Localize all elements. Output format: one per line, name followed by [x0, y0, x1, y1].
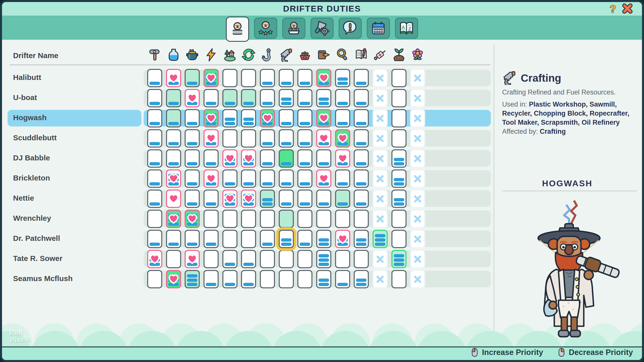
drifter-name[interactable]: Scuddlebutt [13, 133, 57, 142]
tab-schedule[interactable] [367, 18, 390, 39]
duty-header-salvaging-icon[interactable] [336, 48, 350, 62]
duty-cell-farming[interactable] [391, 190, 407, 208]
duty-cell-farming[interactable] [391, 69, 407, 87]
duty-cell-recycling[interactable] [241, 109, 256, 127]
duty-cell-building[interactable] [147, 129, 162, 148]
duty-cell-salvaging[interactable] [335, 69, 350, 87]
duty-cell-hauling[interactable] [316, 270, 331, 288]
drifter-name[interactable]: Seamus Mcflush [13, 274, 73, 283]
duty-cell-salvaging[interactable] [335, 89, 350, 107]
duty-cell-fishing[interactable] [260, 89, 275, 107]
duty-cell-crafting[interactable] [279, 190, 294, 208]
duty-cell-studying[interactable] [354, 129, 369, 148]
duty-cell-building[interactable] [147, 169, 162, 188]
duty-header-expedition-icon[interactable] [223, 48, 237, 62]
duty-cell-energy[interactable] [204, 149, 219, 168]
duty-cell-building[interactable] [147, 210, 162, 228]
duty-header-energy-icon[interactable] [204, 48, 218, 62]
duty-cell-water[interactable] [166, 169, 181, 188]
duty-cell-energy[interactable] [204, 250, 219, 268]
duty-cell-gardening[interactable] [410, 230, 425, 248]
duty-header-gardening-icon[interactable] [411, 48, 425, 62]
drifter-name[interactable]: Brickleton [13, 174, 50, 182]
duty-cell-hauling[interactable] [316, 109, 331, 127]
duty-header-studying-icon[interactable] [354, 48, 368, 62]
duty-cell-energy[interactable] [204, 190, 219, 208]
duty-cell-recycling[interactable] [241, 69, 256, 87]
duty-cell-energy[interactable] [204, 169, 219, 188]
duty-cell-pet-feeding[interactable] [297, 210, 312, 228]
duty-cell-farming[interactable] [391, 109, 407, 127]
duty-cell-expedition[interactable] [222, 169, 237, 188]
duty-cell-salvaging[interactable] [335, 190, 350, 208]
duty-cell-crafting[interactable] [279, 230, 294, 248]
duty-cell-gardening[interactable] [410, 69, 425, 87]
duty-cell-recycling[interactable] [241, 190, 256, 208]
duty-cell-pet-feeding[interactable] [297, 250, 312, 268]
drifter-name[interactable]: Dr. Patchwell [13, 234, 60, 243]
duty-cell-medical[interactable] [373, 69, 388, 87]
duty-cell-pet-feeding[interactable] [297, 129, 312, 148]
duty-cell-studying[interactable] [354, 210, 369, 228]
duty-cell-fishing[interactable] [260, 109, 275, 127]
duty-cell-crafting[interactable] [279, 210, 294, 228]
duty-cell-water[interactable] [166, 270, 181, 288]
duty-cell-fishing[interactable] [260, 129, 275, 148]
tab-alerts[interactable] [339, 18, 362, 39]
duty-cell-gardening[interactable] [410, 109, 425, 127]
duty-cell-hauling[interactable] [316, 190, 331, 208]
duty-cell-farming[interactable] [391, 270, 407, 288]
duty-cell-expedition[interactable] [222, 250, 237, 268]
duty-cell-recycling[interactable] [241, 250, 256, 268]
duty-cell-cooking[interactable] [185, 69, 200, 87]
duty-header-recycling-icon[interactable] [242, 48, 256, 62]
duty-cell-expedition[interactable] [222, 190, 237, 208]
duty-cell-crafting[interactable] [279, 250, 294, 268]
duty-cell-gardening[interactable] [410, 169, 425, 188]
duty-cell-studying[interactable] [354, 69, 369, 87]
duty-cell-salvaging[interactable] [335, 210, 350, 228]
duty-cell-gardening[interactable] [410, 89, 425, 107]
duty-cell-medical[interactable] [373, 190, 388, 208]
duty-cell-energy[interactable] [204, 89, 219, 107]
duty-cell-recycling[interactable] [241, 230, 256, 248]
duty-cell-fishing[interactable] [260, 270, 275, 288]
tab-encyclopedia[interactable]: AZ [395, 18, 418, 39]
duty-cell-expedition[interactable] [222, 109, 237, 127]
duty-header-medical-icon[interactable] [373, 48, 387, 62]
duty-cell-expedition[interactable] [222, 210, 237, 228]
duty-header-water-icon[interactable] [167, 48, 181, 62]
duty-cell-water[interactable] [166, 69, 181, 87]
drifter-name[interactable]: DJ Babble [13, 154, 50, 162]
duty-cell-crafting[interactable] [279, 69, 294, 87]
duty-cell-hauling[interactable] [316, 250, 331, 268]
duty-cell-pet-feeding[interactable] [297, 69, 312, 87]
duty-cell-fishing[interactable] [260, 169, 275, 188]
duty-cell-recycling[interactable] [241, 89, 256, 107]
duty-cell-studying[interactable] [354, 190, 369, 208]
duty-cell-salvaging[interactable] [335, 169, 350, 188]
duty-cell-cooking[interactable] [185, 230, 200, 248]
duty-cell-hauling[interactable] [316, 210, 331, 228]
duty-cell-recycling[interactable] [241, 210, 256, 228]
close-icon[interactable] [621, 3, 633, 15]
duty-cell-gardening[interactable] [410, 129, 425, 148]
duty-cell-farming[interactable] [391, 169, 407, 188]
drifter-name[interactable]: Wrenchley [13, 214, 51, 222]
duty-cell-medical[interactable] [373, 270, 388, 288]
duty-cell-studying[interactable] [354, 169, 369, 188]
duty-cell-crafting[interactable] [279, 149, 294, 168]
duty-cell-expedition[interactable] [222, 89, 237, 107]
duty-cell-medical[interactable] [373, 109, 388, 127]
duty-cell-energy[interactable] [204, 210, 219, 228]
duty-cell-medical[interactable] [373, 230, 388, 248]
duty-cell-gardening[interactable] [410, 210, 425, 228]
duty-cell-pet-feeding[interactable] [297, 230, 312, 248]
duty-header-hauling-icon[interactable] [317, 48, 331, 62]
duty-cell-expedition[interactable] [222, 270, 237, 288]
duty-cell-fishing[interactable] [260, 230, 275, 248]
duty-cell-pet-feeding[interactable] [297, 89, 312, 107]
duty-cell-energy[interactable] [204, 109, 219, 127]
duty-cell-expedition[interactable] [222, 230, 237, 248]
duty-cell-studying[interactable] [354, 230, 369, 248]
